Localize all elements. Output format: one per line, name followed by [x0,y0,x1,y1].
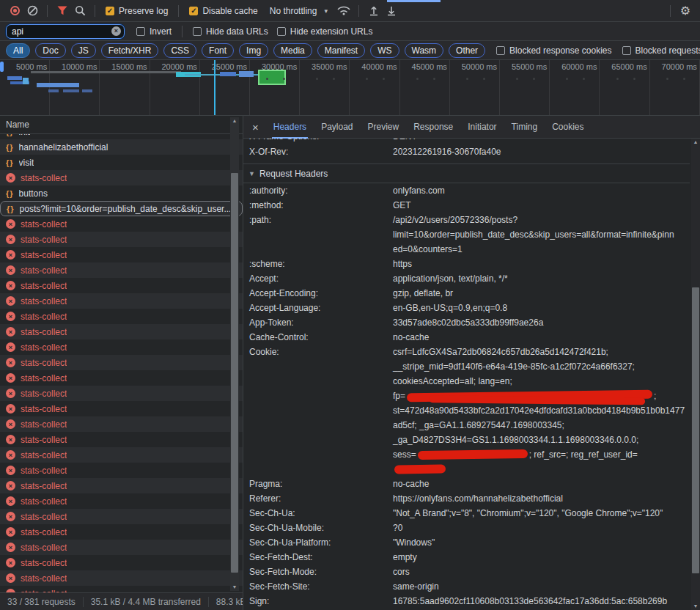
request-row[interactable]: ×stats-collect [0,355,243,370]
request-row[interactable]: {}buttons [0,185,243,201]
tab-initiator[interactable]: Initiator [460,116,504,139]
timeline-overview[interactable]: 5000 ms10000 ms15000 ms20000 ms25000 ms3… [0,60,700,116]
filter-pill-img[interactable]: Img [239,43,268,58]
hide-data-urls-checkbox[interactable]: Hide data URLs [193,26,268,37]
request-row[interactable]: ×stats-collect [0,170,243,185]
filter-pill-fetch-xhr[interactable]: Fetch/XHR [101,43,159,58]
request-row[interactable]: ×stats-collect [0,216,243,232]
request-row[interactable]: ×stats-collect [0,247,243,262]
throttling-dropdown[interactable]: No throttling ▾ [270,6,328,16]
filter-pill-js[interactable]: JS [71,43,96,58]
filter-pill-other[interactable]: Other [449,43,485,58]
request-row[interactable]: ×stats-collect [0,524,243,540]
request-name: stats-collect [21,358,67,368]
details-scrollbar[interactable]: ▲ ▼ [691,139,700,610]
request-name: stats-collect [21,496,67,507]
header-value-line: no-cache [393,477,690,491]
timeline-column: 60000 ms [550,60,600,115]
tab-cookies[interactable]: Cookies [545,116,591,139]
header-row: Sec-Fetch-Mode:cors [243,565,690,579]
header-value: same-origin [393,579,690,594]
tab-payload[interactable]: Payload [314,116,360,139]
filter-pill-doc[interactable]: Doc [35,43,65,58]
tab-timing[interactable]: Timing [504,116,545,139]
waterfall-bar [31,71,181,73]
close-icon[interactable]: × [246,121,266,133]
request-row[interactable]: ×stats-collect [0,555,243,570]
scroll-down-icon[interactable]: ▼ [691,603,700,610]
name-column-header[interactable]: Name [0,116,243,134]
invert-checkbox[interactable]: Invert [136,26,172,37]
request-row[interactable]: ×stats-collect [0,278,243,293]
settings-button[interactable]: ⚙ [677,2,694,20]
request-row[interactable]: ×stats-collect [0,432,243,447]
clear-button[interactable] [23,2,41,20]
filter-checkbox-blocked-requests[interactable]: Blocked requests [622,45,700,56]
request-row[interactable]: ×stats-collect [0,262,243,278]
timeline-selection-handle[interactable] [0,62,4,72]
request-row[interactable]: ×stats-collect [0,586,243,592]
request-row[interactable]: ×stats-collect [0,309,243,324]
request-row[interactable]: ×stats-collect [0,493,243,509]
scroll-up-icon[interactable]: ▲ [230,117,239,125]
request-row[interactable]: ×stats-collect [0,232,243,247]
request-row[interactable]: ×stats-collect [0,447,243,463]
request-row[interactable]: ×stats-collect [0,509,243,524]
json-icon: {} [6,143,14,152]
filter-pill-manifest[interactable]: Manifest [317,43,365,58]
import-har-button[interactable] [365,2,383,20]
request-row[interactable]: {}posts?limit=10&order=publish_date_desc… [0,201,243,216]
request-row[interactable]: ×stats-collect [0,293,243,309]
filter-pill-media[interactable]: Media [273,43,312,58]
record-button[interactable] [6,2,23,20]
tab-response[interactable]: Response [406,116,460,139]
checkbox-icon [189,7,198,15]
header-row: X-Frame-Options:DENY [243,139,690,144]
type-filter-pills: AllDocJSFetch/XHRCSSFontImgMediaManifest… [6,43,485,58]
header-row: Pragma:no-cache [243,477,690,491]
filter-checkbox-blocked-response-cookies[interactable]: Blocked response cookies [496,45,611,56]
disable-cache-checkbox[interactable]: Disable cache [189,6,257,16]
header-name: :authority: [249,183,393,198]
tab-preview[interactable]: Preview [361,116,407,139]
request-row[interactable]: ×stats-collect [0,370,243,386]
request-row[interactable]: {}visit [0,155,243,170]
filter-input[interactable] [6,24,125,39]
scrollbar-thumb[interactable] [692,287,699,573]
request-row[interactable]: ×stats-collect [0,401,243,416]
scroll-up-icon[interactable]: ▲ [691,139,700,146]
request-row[interactable]: ×stats-collect [0,416,243,432]
export-har-button[interactable] [383,2,400,20]
filter-button[interactable] [54,2,71,20]
filter-pill-wasm[interactable]: Wasm [405,43,444,58]
request-row[interactable]: ×stats-collect [0,324,243,339]
request-list-scrollbar[interactable]: ▲ ▼ [230,117,239,591]
filter-pill-ws[interactable]: WS [370,43,399,58]
header-name: Sec-Ch-Ua-Mobile: [249,521,393,535]
hide-extension-urls-checkbox[interactable]: Hide extension URLs [277,26,373,37]
request-name: stats-collect [21,512,67,522]
tab-headers[interactable]: Headers [266,116,314,139]
header-name: Sec-Ch-Ua: [249,506,393,521]
preserve-log-checkbox[interactable]: Preserve log [106,6,168,16]
network-conditions-button[interactable] [335,2,353,20]
filter-pill-all[interactable]: All [6,43,30,58]
search-button[interactable] [71,2,89,20]
timeline-column: 70000 ms [650,60,700,115]
request-row[interactable]: {}hannahelizabethofficial [0,139,243,155]
request-name: stats-collect [21,235,67,245]
scrollbar-thumb[interactable] [231,173,238,573]
clear-input-icon[interactable]: × [111,26,121,36]
request-row[interactable]: ×stats-collect [0,339,243,355]
request-row[interactable]: ×stats-collect [0,570,243,586]
filter-pill-css[interactable]: CSS [163,43,196,58]
request-row[interactable]: ×stats-collect [0,540,243,555]
request-headers-section-header[interactable]: ▼Request Headers [243,164,690,183]
scroll-down-icon[interactable]: ▼ [230,584,239,591]
request-row[interactable]: ×stats-collect [0,478,243,493]
request-row[interactable]: {}init [0,134,243,139]
request-row[interactable]: ×stats-collect [0,386,243,401]
filter-pill-font[interactable]: Font [202,43,234,58]
hide-extension-urls-label: Hide extension URLs [290,26,373,37]
request-row[interactable]: ×stats-collect [0,463,243,478]
